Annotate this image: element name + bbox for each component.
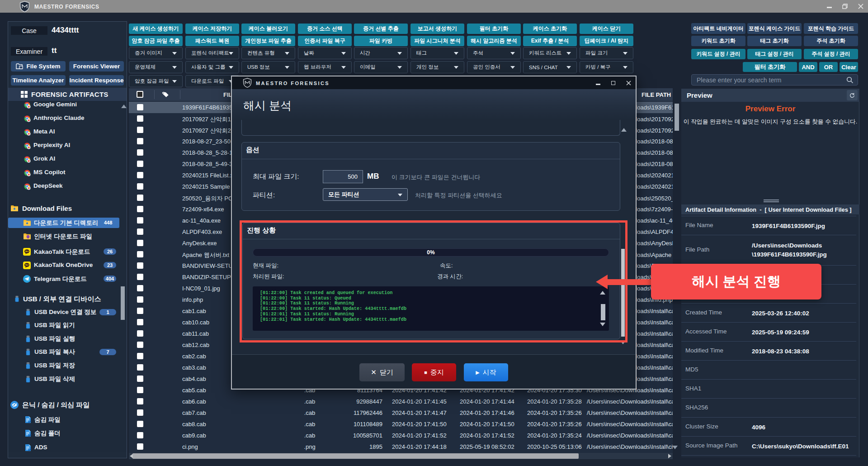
svg-text:TALK: TALK: [25, 264, 29, 266]
svg-text:TALK: TALK: [25, 251, 29, 252]
